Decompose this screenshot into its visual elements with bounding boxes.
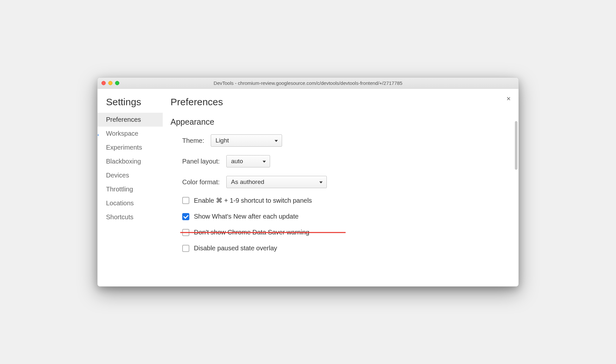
sidebar-item-shortcuts[interactable]: Shortcuts [98, 210, 163, 224]
checkbox-data-saver: Don't show Chrome Data Saver warning [171, 229, 505, 236]
panel-layout-label: Panel layout: [182, 158, 220, 165]
sidebar-item-workspace[interactable]: Workspace [98, 127, 163, 141]
main-panel: Preferences Appearance Theme: Light Pane… [163, 89, 518, 286]
theme-select[interactable]: Light [211, 134, 282, 147]
color-format-label: Color format: [182, 178, 220, 186]
sidebar-item-blackboxing[interactable]: Blackboxing [98, 154, 163, 168]
checkbox-enable-shortcut: Enable ⌘ + 1-9 shortcut to switch panels [171, 197, 505, 204]
panel-layout-select[interactable]: auto [226, 155, 270, 167]
sidebar-item-experiments[interactable]: Experiments [98, 141, 163, 154]
checkbox-paused-overlay-label: Disable paused state overlay [194, 245, 277, 252]
window-title: DevTools - chromium-review.googlesource.… [98, 80, 518, 86]
panel-layout-field: Panel layout: auto [171, 155, 505, 167]
checkbox-enable-shortcut-box[interactable] [182, 197, 189, 204]
settings-sidebar: Settings Preferences Workspace Experimen… [97, 89, 163, 286]
checkbox-whats-new-label: Show What's New after each update [194, 213, 299, 220]
panel-layout-select-value: auto [231, 158, 243, 165]
sidebar-item-devices[interactable]: Devices [98, 168, 163, 182]
theme-field: Theme: Light [171, 134, 505, 147]
sidebar-item-locations[interactable]: Locations [98, 196, 163, 210]
checkbox-enable-shortcut-label: Enable ⌘ + 1-9 shortcut to switch panels [194, 197, 312, 204]
strikethrough-annotation [180, 232, 346, 233]
theme-select-value: Light [216, 137, 229, 144]
traffic-lights [101, 81, 119, 85]
scrollbar-thumb[interactable] [515, 121, 517, 170]
theme-label: Theme: [182, 137, 204, 144]
close-settings-button[interactable]: × [506, 95, 511, 103]
devtools-window: DevTools - chromium-review.googlesource.… [97, 77, 519, 287]
content-area: × Settings Preferences Workspace Experim… [98, 89, 518, 286]
color-format-field: Color format: As authored [171, 176, 505, 188]
main-heading: Preferences [171, 97, 505, 108]
sidebar-item-preferences[interactable]: Preferences [98, 113, 163, 127]
titlebar: DevTools - chromium-review.googlesource.… [98, 78, 518, 89]
checkbox-paused-overlay-box[interactable] [182, 245, 189, 252]
maximize-window-button[interactable] [115, 81, 119, 85]
sidebar-heading: Settings [98, 97, 163, 113]
checkbox-whats-new: Show What's New after each update [171, 213, 505, 220]
section-heading-appearance: Appearance [171, 117, 505, 127]
close-window-button[interactable] [101, 81, 106, 85]
color-format-select-value: As authored [231, 178, 264, 186]
blue-accent-mark [98, 135, 99, 135]
checkbox-whats-new-box[interactable] [182, 213, 189, 220]
minimize-window-button[interactable] [108, 81, 113, 85]
sidebar-item-throttling[interactable]: Throttling [98, 182, 163, 196]
color-format-select[interactable]: As authored [226, 176, 327, 188]
checkbox-paused-overlay: Disable paused state overlay [171, 245, 505, 252]
